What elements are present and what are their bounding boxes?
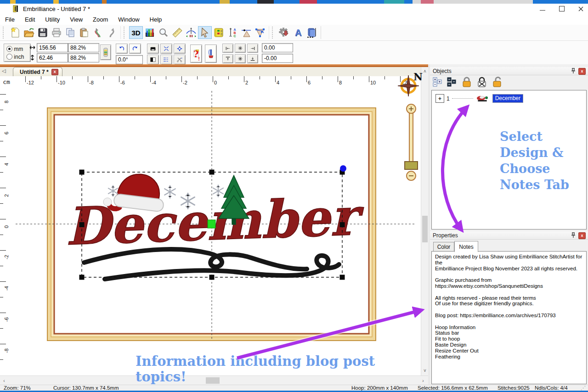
scroll-left-icon[interactable]: ‹ (1, 377, 7, 384)
vertical-scrollbar[interactable]: ˄ ˅ (421, 67, 429, 375)
unit-inch-label: inch (14, 54, 24, 60)
pin-icon[interactable] (571, 68, 576, 74)
rotation-field[interactable] (116, 55, 143, 64)
needle-abc-icon[interactable]: A B C (226, 26, 239, 39)
height-scale-field[interactable] (68, 53, 99, 62)
minimize-button[interactable] (540, 7, 545, 11)
desktop-strip (0, 0, 588, 4)
lettering-icon[interactable] (239, 26, 253, 39)
stitch-sim-icon[interactable] (184, 26, 198, 39)
unlock-icon[interactable] (492, 77, 503, 88)
select-arrow-icon[interactable] (198, 26, 212, 39)
menu-zoom[interactable]: Zoom (88, 15, 113, 24)
ruler-label: -10 (58, 80, 65, 85)
align-left-icon[interactable] (222, 44, 233, 53)
rotate-handle-dot[interactable] (340, 165, 346, 172)
print-icon[interactable] (50, 26, 63, 39)
design-canvas[interactable]: December (13, 87, 421, 375)
scroll-down-icon[interactable]: ˅ (422, 367, 428, 374)
center-handle[interactable] (208, 220, 215, 228)
collapse-all-icon[interactable] (447, 77, 457, 88)
thread-spool-icon[interactable] (100, 45, 111, 60)
offset-x-field[interactable] (262, 43, 293, 52)
rotate-left-icon[interactable] (116, 44, 128, 54)
expand-row-icon[interactable]: + (435, 94, 444, 103)
ruler-tick-minor (0, 266, 3, 266)
undo-icon[interactable] (91, 26, 105, 39)
lock-icon[interactable] (461, 77, 472, 88)
tab-scroll-left-icon[interactable]: ◁ (2, 68, 6, 74)
offset-y-field[interactable] (262, 54, 293, 63)
letter-a-icon[interactable]: A (291, 26, 305, 39)
align-center-v-icon[interactable] (235, 54, 246, 63)
menu-utility[interactable]: Utility (40, 15, 65, 24)
vertical-ruler: 86420-2-4-6-8 (0, 87, 13, 375)
center-design-icon[interactable] (174, 44, 186, 54)
close-button[interactable] (578, 6, 583, 11)
menu-edit[interactable]: Edit (20, 15, 40, 24)
objects-close-icon[interactable]: x (578, 68, 586, 75)
object-label[interactable]: December (492, 94, 523, 103)
align-bottom-icon[interactable] (247, 54, 258, 63)
help-question-icon[interactable]: ? ! (190, 45, 202, 63)
menu-window[interactable]: Window (113, 15, 144, 24)
unit-mm-radio[interactable]: mm (6, 46, 23, 52)
stitch-order-icon[interactable] (160, 55, 172, 65)
open-icon[interactable] (22, 26, 36, 39)
node-edit-icon[interactable] (253, 26, 267, 39)
notes-text[interactable]: Design created by Lisa Shaw using Embril… (435, 254, 583, 381)
colors-notebook-icon[interactable] (212, 26, 226, 39)
ruler-tick (88, 76, 88, 82)
measure-icon[interactable] (170, 26, 184, 39)
vertical-scroll-thumb[interactable] (422, 216, 428, 242)
zoom-tool-icon[interactable] (157, 26, 170, 39)
lock-x-icon[interactable] (476, 77, 487, 88)
properties-close-icon[interactable]: x (578, 232, 586, 239)
pin-icon[interactable] (571, 232, 576, 238)
save-icon[interactable] (36, 26, 50, 39)
zoom-slider-handle[interactable] (405, 162, 418, 169)
redo-icon[interactable] (105, 26, 119, 39)
ruler-tick (275, 76, 276, 82)
batch-gear-icon[interactable] (277, 26, 291, 39)
ruler-label: -4 (4, 286, 9, 291)
rotate-right-icon[interactable] (129, 44, 141, 54)
menu-view[interactable]: View (65, 15, 88, 24)
width-field[interactable] (37, 43, 68, 52)
contrast-icon[interactable] (147, 55, 159, 65)
unit-inch-radio[interactable]: inch (6, 54, 24, 60)
ruler-label: 8 (339, 80, 342, 85)
height-field[interactable] (37, 53, 68, 62)
ruler-tick-minor (291, 76, 291, 79)
scroll-up-icon[interactable]: ˄ (422, 68, 428, 74)
chart-icon[interactable] (143, 26, 157, 39)
align-top-icon[interactable] (222, 54, 233, 63)
copy-icon[interactable] (63, 26, 77, 39)
radio-mm-icon (6, 46, 12, 52)
new-icon[interactable] (8, 26, 22, 39)
menu-help[interactable]: Help (145, 15, 167, 24)
object-row-december[interactable]: + 1 December (435, 94, 523, 103)
hoop-show-icon[interactable] (147, 44, 159, 54)
menu-file[interactable]: File (0, 15, 20, 24)
tab-close-icon[interactable]: x (51, 69, 58, 75)
trim-scissors-icon[interactable] (174, 55, 186, 65)
3d-toggle-button[interactable]: 3D (129, 26, 143, 39)
tab-color[interactable]: Color (433, 242, 454, 252)
align-center-h-icon[interactable] (235, 44, 246, 53)
tab-notes[interactable]: Notes (454, 241, 478, 252)
width-scale-field[interactable] (68, 43, 99, 52)
document-tab[interactable]: Untitled 7 * x (13, 67, 62, 76)
ruler-label: -8 (4, 348, 9, 353)
units-box: mm inch (4, 44, 31, 62)
maximize-button[interactable] (559, 6, 565, 11)
merge-design-icon[interactable] (305, 26, 319, 39)
scroll-right-icon[interactable]: › (420, 377, 426, 384)
stitch-out-icon[interactable] (205, 45, 217, 63)
paste-icon[interactable] (77, 26, 91, 39)
expand-all-icon[interactable] (433, 77, 443, 88)
fit-hoop-icon[interactable] (160, 44, 172, 54)
align-right-icon[interactable] (247, 44, 258, 53)
zoom-slider-track[interactable] (409, 113, 413, 169)
zoom-slider[interactable] (403, 104, 419, 183)
